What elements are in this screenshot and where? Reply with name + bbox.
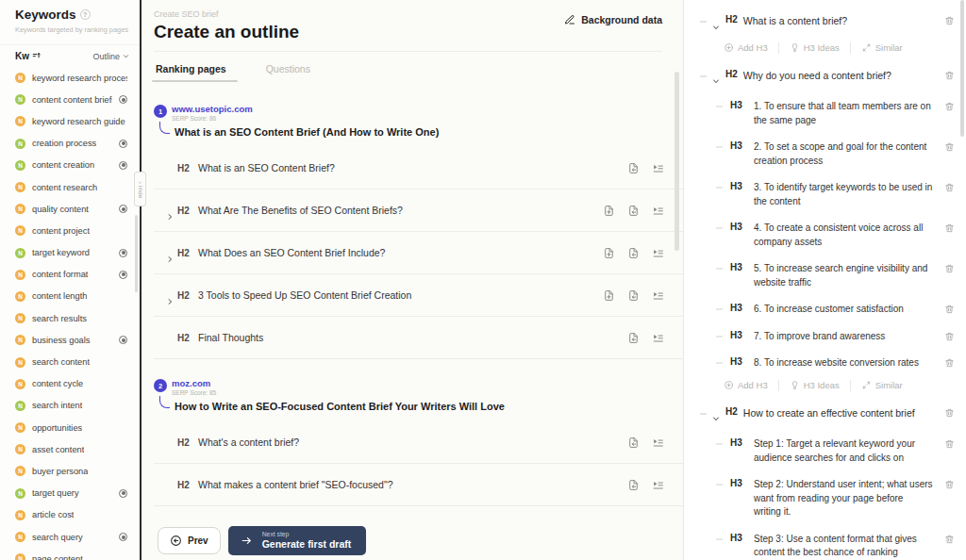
- heading-row[interactable]: H2 What Does an SEO Content Brief Includ…: [154, 232, 683, 274]
- collapse-chevron-icon[interactable]: [712, 72, 720, 89]
- target-icon[interactable]: [119, 95, 127, 104]
- delete-icon[interactable]: [944, 357, 955, 369]
- outline-h2-row[interactable]: H2 What is a content brief?: [684, 9, 966, 40]
- collapse-chevron-icon[interactable]: [712, 409, 720, 426]
- keyword-item[interactable]: N page content: [0, 548, 140, 560]
- add-all-to-outline-icon[interactable]: [603, 205, 615, 217]
- outline-h3-row[interactable]: H3 5. To increase search engine visibili…: [684, 255, 966, 296]
- target-icon[interactable]: [119, 249, 127, 257]
- drag-handle-icon[interactable]: [716, 336, 723, 338]
- add-all-to-outline-icon[interactable]: [603, 289, 615, 302]
- tab-questions[interactable]: Questions: [264, 59, 312, 78]
- delete-icon[interactable]: [944, 141, 955, 153]
- delete-icon[interactable]: [944, 263, 955, 274]
- drag-handle-icon[interactable]: [716, 187, 723, 189]
- outline-h2-row[interactable]: H2 How to create an effective content br…: [684, 402, 966, 432]
- heading-row[interactable]: H2 3 Tools to Speed Up SEO Content Brief…: [154, 274, 683, 317]
- prev-button[interactable]: Prev: [158, 527, 221, 554]
- drag-handle-icon[interactable]: [716, 146, 723, 148]
- outline-view-select[interactable]: Outline: [92, 52, 129, 61]
- heading-row[interactable]: H2 What makes a content brief "SEO-focus…: [154, 464, 683, 506]
- keyword-item[interactable]: N content format: [0, 264, 140, 286]
- target-icon[interactable]: [119, 271, 127, 279]
- keyword-item[interactable]: N content research: [0, 176, 140, 198]
- result-domain[interactable]: moz.com: [172, 378, 216, 388]
- keyword-item[interactable]: N keyword research guide: [0, 110, 140, 132]
- target-icon[interactable]: [119, 489, 127, 498]
- keyword-item[interactable]: N target query: [0, 483, 140, 504]
- keyword-item[interactable]: N content project: [0, 220, 140, 241]
- target-icon[interactable]: [119, 533, 127, 541]
- keyword-item[interactable]: N content content briefs: [0, 89, 140, 110]
- keyword-item[interactable]: N buyer persona: [0, 460, 140, 482]
- view-outline-icon[interactable]: [652, 332, 664, 344]
- keyword-item[interactable]: N target keyword: [0, 242, 140, 264]
- view-outline-icon[interactable]: [652, 289, 664, 302]
- drag-handle-icon[interactable]: [716, 362, 723, 364]
- delete-icon[interactable]: [944, 15, 955, 26]
- drag-handle-icon[interactable]: [716, 484, 723, 486]
- drag-handle-icon[interactable]: [700, 21, 707, 23]
- keyword-item[interactable]: N keyword research process: [0, 67, 140, 89]
- similar-button[interactable]: Similar: [861, 42, 903, 53]
- delete-icon[interactable]: [944, 331, 955, 342]
- keyword-item[interactable]: N quality content: [0, 198, 140, 220]
- keyword-item[interactable]: N search intent: [0, 395, 140, 417]
- keyword-item[interactable]: N asset content: [0, 438, 140, 460]
- keyword-sort-button[interactable]: Kw: [15, 51, 42, 61]
- heading-row[interactable]: H2 Final Thoughts: [154, 317, 683, 359]
- outline-h3-row[interactable]: H3 Step 1: Target a relevant keyword you…: [684, 431, 966, 471]
- drag-handle-icon[interactable]: [716, 106, 723, 107]
- keyword-item[interactable]: N article cost: [0, 504, 140, 526]
- target-icon[interactable]: [119, 205, 127, 213]
- outline-h3-row[interactable]: H3 3. To identify target keywords to be …: [684, 174, 966, 215]
- outline-h3-row[interactable]: H3 2. To set a scope and goal for the co…: [684, 134, 966, 174]
- add-to-outline-icon[interactable]: [627, 289, 640, 302]
- keyword-item[interactable]: N opportunities: [0, 417, 140, 438]
- expand-chevron-icon[interactable]: [166, 207, 174, 224]
- keyword-item[interactable]: N content creation: [0, 155, 140, 176]
- h3-ideas-button[interactable]: H3 Ideas: [790, 380, 840, 390]
- result-domain[interactable]: www.usetopic.com: [172, 104, 253, 114]
- drag-handle-icon[interactable]: [700, 413, 707, 415]
- delete-icon[interactable]: [944, 479, 955, 490]
- hide-sidebar-handle[interactable]: ‹ Hide: [134, 172, 146, 206]
- add-to-outline-icon[interactable]: [627, 162, 640, 174]
- heading-row[interactable]: H2 What Are The Benefits of SEO Content …: [154, 189, 683, 232]
- tab-ranking-pages[interactable]: Ranking pages: [154, 59, 228, 78]
- outline-h3-row[interactable]: H3 6. To increase customer satisfaction: [684, 296, 966, 323]
- keyword-item[interactable]: N content length: [0, 286, 140, 307]
- add-to-outline-icon[interactable]: [627, 332, 640, 344]
- target-icon[interactable]: [119, 140, 127, 148]
- keyword-item[interactable]: N search results: [0, 307, 140, 329]
- drag-handle-icon[interactable]: [716, 308, 723, 310]
- add-all-to-outline-icon[interactable]: [603, 247, 615, 259]
- help-icon[interactable]: ?: [80, 9, 91, 20]
- delete-icon[interactable]: [944, 534, 955, 545]
- add-to-outline-icon[interactable]: [627, 205, 640, 217]
- drag-handle-icon[interactable]: [716, 538, 723, 540]
- outline-h3-row[interactable]: H3 Step 3: Use a content format that giv…: [684, 526, 966, 560]
- keyword-item[interactable]: N search query: [0, 526, 140, 548]
- view-outline-icon[interactable]: [652, 247, 664, 259]
- target-icon[interactable]: [119, 161, 127, 170]
- keyword-item[interactable]: N creation process: [0, 133, 140, 155]
- outline-h3-row[interactable]: H3 8. To increase website conversion rat…: [684, 350, 966, 377]
- outline-h3-row[interactable]: H3 Step 2: Understand user intent; what …: [684, 471, 966, 526]
- delete-icon[interactable]: [944, 182, 955, 193]
- drag-handle-icon[interactable]: [716, 443, 723, 445]
- keyword-item[interactable]: N content cycle: [0, 373, 140, 395]
- add-to-outline-icon[interactable]: [627, 479, 640, 491]
- view-outline-icon[interactable]: [652, 436, 664, 449]
- add-h3-button[interactable]: Add H3: [724, 42, 768, 53]
- outline-scrollbar-thumb[interactable]: [960, 0, 964, 137]
- add-h3-button[interactable]: Add H3: [724, 380, 768, 390]
- drag-handle-icon[interactable]: [716, 268, 723, 270]
- generate-first-draft-button[interactable]: Next step Generate first draft: [228, 526, 367, 555]
- delete-icon[interactable]: [944, 70, 955, 81]
- heading-row[interactable]: H2 What's a content brief?: [154, 421, 683, 464]
- drag-handle-icon[interactable]: [700, 75, 707, 77]
- outline-h3-row[interactable]: H3 4. To create a consistent voice acros…: [684, 215, 966, 255]
- delete-icon[interactable]: [944, 438, 955, 450]
- outline-h3-row[interactable]: H3 7. To improve brand awareness: [684, 323, 966, 351]
